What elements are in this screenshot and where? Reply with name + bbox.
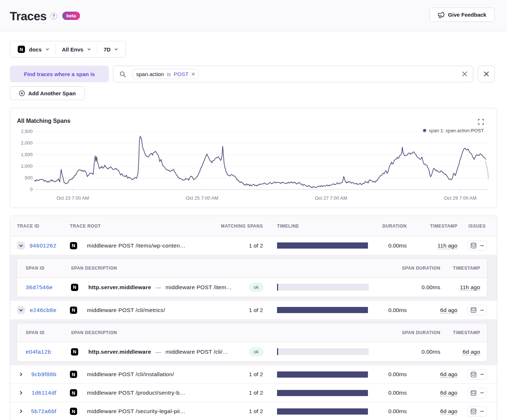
svg-text:2,500: 2,500 <box>21 129 33 134</box>
svg-text:2,000: 2,000 <box>21 140 33 146</box>
svg-text:500: 500 <box>25 175 33 180</box>
svg-text:0: 0 <box>30 187 33 192</box>
svg-text:Oct 29 7:00 AM: Oct 29 7:00 AM <box>444 195 477 201</box>
svg-text:1,500: 1,500 <box>21 152 33 157</box>
svg-text:1,000: 1,000 <box>21 163 33 169</box>
svg-text:Oct 23 7:00 AM: Oct 23 7:00 AM <box>56 195 89 201</box>
svg-text:Oct 25 7:00 AM: Oct 25 7:00 AM <box>186 195 218 201</box>
svg-text:Oct 27 7:00 AM: Oct 27 7:00 AM <box>315 195 347 201</box>
